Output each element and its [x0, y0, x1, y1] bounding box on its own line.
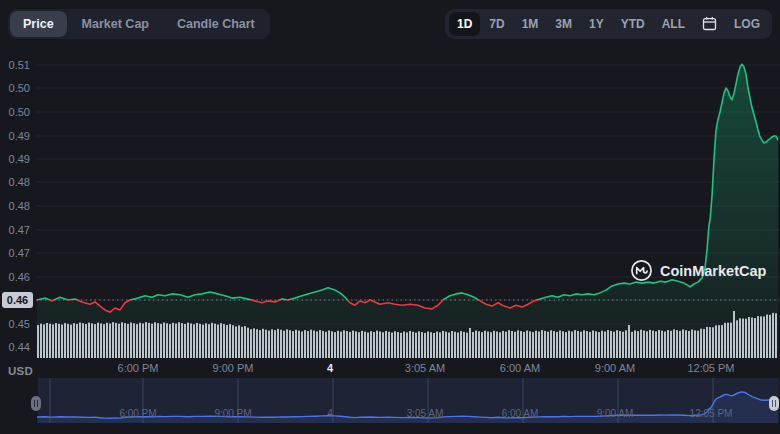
- x-axis-label: 9:00 PM: [213, 362, 254, 375]
- y-axis-label: 0.48: [0, 176, 30, 188]
- y-axis-label: 0.45: [0, 318, 30, 330]
- navigator-axis-label: 3:05 AM: [407, 408, 444, 419]
- price-chart-panel: 0.510.500.500.490.490.480.480.470.470.46…: [0, 0, 780, 434]
- range-button-ytd[interactable]: YTD: [613, 12, 653, 36]
- log-scale-toggle[interactable]: LOG: [726, 12, 768, 36]
- tab-candle-chart[interactable]: Candle Chart: [164, 11, 268, 37]
- y-axis-label: 0.50: [0, 106, 30, 118]
- y-axis-label: 0.47: [0, 247, 30, 259]
- range-button-3m[interactable]: 3M: [547, 12, 580, 36]
- x-axis-label: 9:00 AM: [595, 362, 635, 375]
- navigator-axis-label: 6:00 PM: [119, 408, 156, 419]
- navigator-axis-label: 12:05 PM: [690, 408, 733, 419]
- navigator-axis-label: 9:00 PM: [214, 408, 251, 419]
- tab-price[interactable]: Price: [10, 11, 67, 37]
- y-axis-label: 0.47: [0, 224, 30, 236]
- navigator-axis-label: 4: [327, 408, 333, 419]
- y-axis-label: 0.46: [0, 271, 30, 283]
- calendar-icon[interactable]: [694, 13, 725, 35]
- range-button-1y[interactable]: 1Y: [581, 12, 612, 36]
- chart-type-tabs: PriceMarket CapCandle Chart: [8, 9, 270, 39]
- y-axis-label: 0.44: [0, 341, 30, 353]
- time-range-selector: 1D7D1M3M1YYTDALLLOG: [445, 9, 772, 39]
- y-axis-label: 0.49: [0, 130, 30, 142]
- range-button-1m[interactable]: 1M: [514, 12, 547, 36]
- y-axis-label: 0.48: [0, 200, 30, 212]
- price-chart-canvas[interactable]: [0, 0, 780, 378]
- x-axis-label: 6:00 AM: [500, 362, 540, 375]
- reference-price-badge: 0.46: [2, 292, 33, 308]
- y-axis-label: 0.49: [0, 153, 30, 165]
- range-button-7d[interactable]: 7D: [481, 12, 512, 36]
- navigator-axis-label: 9:00 AM: [597, 408, 634, 419]
- y-axis-label: 0.50: [0, 82, 30, 94]
- navigator-right-handle[interactable]: [769, 396, 779, 411]
- x-axis-label: 4: [327, 362, 333, 375]
- tab-market-cap[interactable]: Market Cap: [69, 11, 162, 37]
- range-button-1d[interactable]: 1D: [449, 12, 480, 36]
- x-axis-label: 6:00 PM: [118, 362, 159, 375]
- navigator-left-handle[interactable]: [31, 396, 41, 411]
- x-axis-label: 3:05 AM: [405, 362, 445, 375]
- currency-label: USD: [8, 365, 33, 377]
- x-axis-label: 12:05 PM: [687, 362, 734, 375]
- range-button-all[interactable]: ALL: [654, 12, 693, 36]
- navigator-axis-label: 6:00 AM: [502, 408, 539, 419]
- range-navigator[interactable]: [0, 378, 780, 424]
- y-axis-label: 0.51: [0, 59, 30, 71]
